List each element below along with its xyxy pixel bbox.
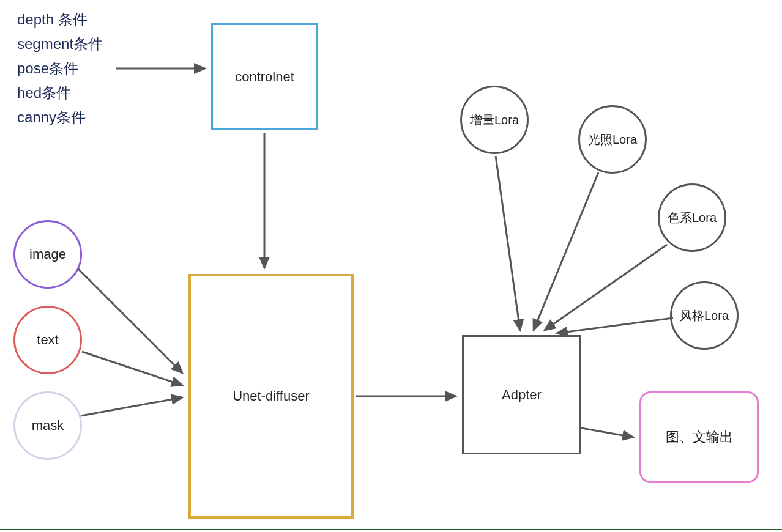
lora-node: 色系Lora <box>658 183 726 252</box>
lora-label: 光照Lora <box>588 131 637 148</box>
arrow-lora-b-to-adapter <box>534 172 598 330</box>
input-text-label: text <box>37 332 58 348</box>
controlnet-label: controlnet <box>235 69 294 85</box>
adapter-label: Adpter <box>502 387 542 403</box>
condition-item: hed条件 <box>17 81 103 105</box>
arrow-adapter-to-output <box>581 428 633 437</box>
input-mask-node: mask <box>13 391 82 460</box>
input-image-label: image <box>29 246 66 262</box>
arrow-lora-c-to-adapter <box>545 245 667 330</box>
unet-diffuser-label: Unet-diffuser <box>233 388 310 404</box>
arrow-image-to-unet <box>78 269 182 373</box>
lora-label: 风格Lora <box>680 308 729 324</box>
condition-item: segment条件 <box>17 32 103 56</box>
lora-node: 风格Lora <box>670 281 739 350</box>
input-image-node: image <box>13 220 82 289</box>
output-box: 图、文输出 <box>639 391 759 483</box>
controlnet-box: controlnet <box>211 23 318 130</box>
arrow-text-to-unet <box>82 352 182 385</box>
input-mask-label: mask <box>32 418 64 434</box>
unet-diffuser-box: Unet-diffuser <box>188 274 354 519</box>
condition-item: pose条件 <box>17 56 103 81</box>
output-label: 图、文输出 <box>666 428 733 446</box>
condition-item: depth 条件 <box>17 7 103 32</box>
lora-node: 增量Lora <box>460 86 529 154</box>
arrow-lora-a-to-adapter <box>496 156 520 330</box>
lora-label: 增量Lora <box>470 112 519 128</box>
adapter-box: Adpter <box>462 335 581 454</box>
condition-item: canny条件 <box>17 105 103 130</box>
lora-label: 色系Lora <box>668 210 717 226</box>
input-text-node: text <box>13 306 82 374</box>
bottom-divider <box>0 529 782 530</box>
arrow-mask-to-unet <box>81 397 182 416</box>
lora-node: 光照Lora <box>578 105 647 174</box>
condition-list: depth 条件 segment条件 pose条件 hed条件 canny条件 <box>17 7 103 130</box>
arrow-lora-d-to-adapter <box>557 318 673 333</box>
